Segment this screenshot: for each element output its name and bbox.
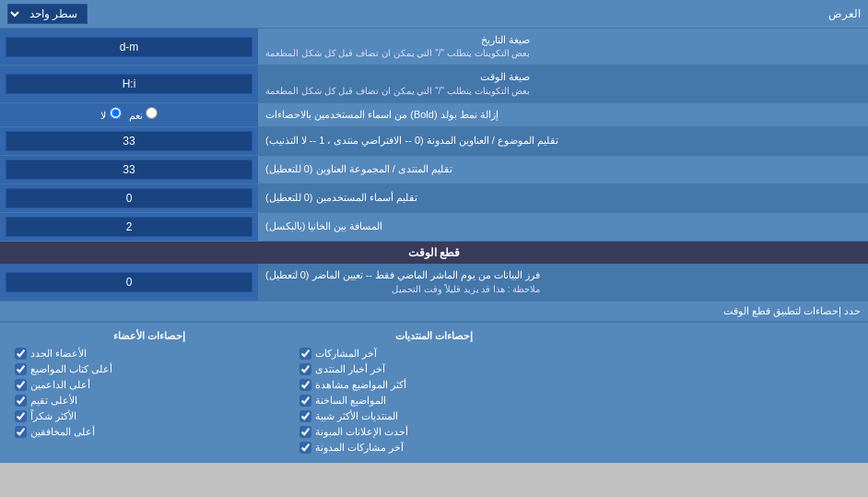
top-row: العرض سطر واحد سطرين ثلاثة أسطر [0, 0, 868, 29]
checkbox-item: أحدث الإعلانات المبونة [299, 424, 569, 440]
cell-spacing-input[interactable] [6, 217, 252, 237]
checkbox-item: أعلى المخافقين [15, 424, 285, 440]
cutoff-section-header: قطع الوقت [0, 242, 868, 264]
checkbox-item: المواضيع الساخنة [299, 393, 569, 408]
checkbox-item: المنتديات الأكثر شبية [299, 408, 569, 424]
checkbox-most-thanked[interactable] [15, 410, 27, 422]
checkbox-item: آخر أخبار المنتدى [299, 361, 569, 377]
checkbox-item: آخر المشاركات [299, 346, 569, 361]
checkbox-latest-announcements[interactable] [299, 426, 311, 438]
title-trim-input-cell [0, 127, 258, 155]
time-format-input-cell [0, 65, 258, 101]
main-container: العرض سطر واحد سطرين ثلاثة أسطر صيغة الت… [0, 0, 868, 463]
checkbox-blog-posts[interactable] [299, 442, 311, 454]
cell-spacing-input-cell [0, 213, 258, 241]
cutoff-label: فرز البيانات من يوم الماشر الماضي فقط --… [258, 264, 868, 300]
radio-yes[interactable] [146, 107, 158, 119]
member-stats-header: إحصاءات الأعضاء [15, 330, 285, 342]
date-format-input[interactable] [6, 37, 252, 57]
checkbox-hot-topics[interactable] [299, 395, 311, 407]
time-format-label: صيغة الوقت بعض التكوينات يتطلب "/" التي … [258, 65, 868, 101]
checkbox-last-posts[interactable] [299, 348, 311, 360]
checkbox-item: أعلى الداعمين [15, 377, 285, 393]
member-stats-col: إحصاءات الأعضاء الأعضاء الجدد أعلى كتاب … [7, 328, 292, 457]
forum-title-trim-label: تقليم المنتدى / المجموعة العناوين (0 للت… [258, 156, 868, 183]
forum-title-trim-input-cell [0, 156, 258, 183]
checkbox-item: آخر مشاركات المدونة [299, 440, 569, 456]
checkbox-top-posters[interactable] [15, 363, 27, 375]
display-select[interactable]: سطر واحد سطرين ثلاثة أسطر [7, 4, 88, 24]
cutoff-input[interactable] [6, 272, 252, 292]
checkbox-top-supporters[interactable] [15, 379, 27, 391]
checkbox-new-members[interactable] [15, 348, 27, 360]
bold-radio-cell: نعم لا [0, 103, 258, 126]
radio-yes-label[interactable]: نعم [129, 107, 158, 122]
checkbox-forum-news[interactable] [299, 363, 311, 375]
checkboxes-cols: إحصاءات المنتديات آخر المشاركات آخر أخبا… [7, 328, 861, 457]
title-trim-row: تقليم الموضوع / العناوين المدونة (0 -- ا… [0, 127, 868, 156]
bold-label: إزالة نمط بولد (Bold) من اسماء المستخدمي… [258, 103, 868, 126]
top-label: العرض [828, 7, 861, 20]
checkboxes-section: إحصاءات المنتديات آخر المشاركات آخر أخبا… [0, 322, 868, 463]
cutoff-input-cell [0, 264, 258, 300]
empty-col [576, 328, 861, 457]
title-trim-input[interactable] [6, 131, 252, 151]
radio-no-label[interactable]: لا [100, 107, 121, 122]
forum-title-trim-row: تقليم المنتدى / المجموعة العناوين (0 للت… [0, 156, 868, 184]
title-trim-label: تقليم الموضوع / العناوين المدونة (0 -- ا… [258, 127, 868, 155]
bold-row: إزالة نمط بولد (Bold) من اسماء المستخدمي… [0, 103, 868, 127]
checkbox-top-rated[interactable] [15, 395, 27, 407]
cutoff-row: فرز البيانات من يوم الماشر الماضي فقط --… [0, 264, 868, 301]
cell-spacing-label: المسافة بين الخانيا (بالبكسل) [258, 213, 868, 241]
checkbox-item: الأعضاء الجدد [15, 346, 285, 361]
checkbox-item: أكثر المواضيع مشاهدة [299, 377, 569, 393]
time-format-row: صيغة الوقت بعض التكوينات يتطلب "/" التي … [0, 65, 868, 102]
define-row: حدد إحصاءات لتطبيق قطع الوقت [0, 302, 868, 322]
username-trim-label: تقليم أسماء المستخدمين (0 للتعطيل) [258, 184, 868, 212]
checkbox-item: الأكثر شكراً [15, 408, 285, 424]
time-format-input[interactable] [6, 74, 252, 94]
forum-stats-col: إحصاءات المنتديات آخر المشاركات آخر أخبا… [292, 328, 577, 457]
cell-spacing-row: المسافة بين الخانيا (بالبكسل) [0, 213, 868, 242]
checkbox-most-active-forums[interactable] [299, 410, 311, 422]
checkbox-most-viewed[interactable] [299, 379, 311, 391]
checkbox-top-mixed[interactable] [15, 426, 27, 438]
radio-no[interactable] [110, 107, 122, 119]
date-format-row: صيغة التاريخ بعض التكوينات يتطلب "/" الت… [0, 29, 868, 65]
date-format-label: صيغة التاريخ بعض التكوينات يتطلب "/" الت… [258, 29, 868, 65]
checkbox-item: أعلى كتاب المواضيع [15, 361, 285, 377]
username-trim-input[interactable] [6, 188, 252, 208]
username-trim-input-cell [0, 184, 258, 212]
date-format-input-cell [0, 29, 258, 65]
username-trim-row: تقليم أسماء المستخدمين (0 للتعطيل) [0, 184, 868, 213]
forum-stats-header: إحصاءات المنتديات [299, 330, 569, 342]
forum-title-trim-input[interactable] [6, 160, 252, 180]
checkbox-item: الأعلى تقيم [15, 393, 285, 408]
